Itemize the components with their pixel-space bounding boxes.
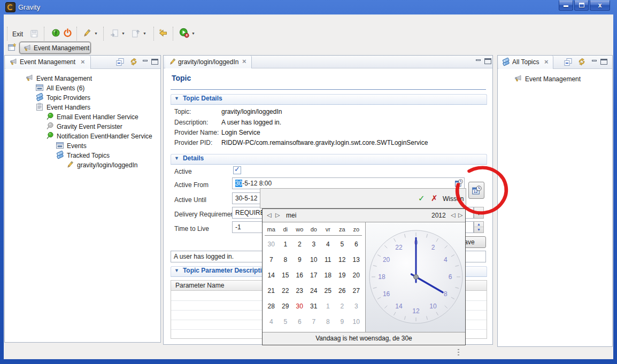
- open-perspective-icon[interactable]: [7, 43, 17, 52]
- spinner-down-icon[interactable]: ▼: [474, 227, 483, 233]
- tree-item-events[interactable]: Events: [5, 141, 160, 151]
- close-tab-icon[interactable]: ×: [544, 59, 549, 65]
- tree-item-email-event-handler-service[interactable]: Email Event Handler Service: [5, 112, 160, 122]
- calendar-day[interactable]: 26: [335, 283, 350, 299]
- calendar-day[interactable]: 6: [292, 314, 307, 330]
- tab-gravity-login-loggedin[interactable]: gravity/login/loggedIn ×: [165, 56, 252, 68]
- collapse-all-icon[interactable]: [115, 58, 125, 66]
- tree-item-notification-eventhandler-service[interactable]: Notification EventHandler Service: [5, 131, 160, 141]
- tab-all-topics[interactable]: All Topics ×: [498, 56, 553, 69]
- calendar-day[interactable]: 3: [307, 237, 321, 252]
- maximize-view-icon[interactable]: [600, 59, 607, 65]
- calendar-day[interactable]: 11: [321, 252, 335, 268]
- link-with-editor-icon[interactable]: [129, 57, 138, 66]
- time-to-live-spinner[interactable]: ▲▼: [474, 221, 484, 233]
- calendar-day[interactable]: 1: [321, 299, 335, 314]
- calendar-day[interactable]: 10: [349, 314, 364, 330]
- run-icon[interactable]: [179, 28, 189, 38]
- calendar-day[interactable]: 27: [349, 283, 364, 299]
- clear-button[interactable]: Wissen: [443, 195, 464, 203]
- calendar-day[interactable]: 2: [335, 299, 350, 314]
- spinner-up-icon[interactable]: ▲: [474, 222, 483, 227]
- calendar-day[interactable]: 15: [279, 268, 293, 283]
- analog-clock[interactable]: 0246810121416182022: [366, 222, 465, 332]
- calendar-day[interactable]: 6: [349, 237, 364, 252]
- calendar-day[interactable]: 31: [307, 299, 321, 314]
- calendar-day[interactable]: 3: [349, 299, 364, 314]
- tree-item-event-handlers[interactable]: Event Handlers: [5, 103, 160, 112]
- calendar-day[interactable]: 13: [349, 252, 364, 268]
- calendar-day[interactable]: 22: [279, 283, 293, 299]
- calendar-day[interactable]: 30: [264, 237, 279, 252]
- calendar-day[interactable]: 21: [264, 283, 279, 299]
- section-details[interactable]: ▼Details: [171, 154, 487, 165]
- calendar-day[interactable]: 19: [335, 268, 350, 283]
- calendar-day[interactable]: 5: [335, 237, 350, 252]
- tree-item-gravity-event-persister[interactable]: Gravity Event Persister: [5, 122, 160, 131]
- calendar-day[interactable]: 8: [321, 314, 335, 330]
- calendar-day-selected[interactable]: 30: [292, 299, 307, 314]
- prev-month-icon[interactable]: ◁: [267, 212, 271, 219]
- calendar-day[interactable]: 17: [307, 268, 321, 283]
- calendar-day[interactable]: 7: [264, 252, 279, 268]
- minimize-view-icon[interactable]: [142, 59, 149, 65]
- exit-button[interactable]: Exit: [12, 30, 23, 38]
- calendar-day[interactable]: 12: [335, 252, 350, 268]
- close-tab-icon[interactable]: ×: [81, 59, 85, 65]
- edit-tool-icon[interactable]: [82, 28, 92, 38]
- cancel-icon[interactable]: ✗: [431, 193, 438, 203]
- calendar-day[interactable]: 5: [279, 314, 293, 330]
- tree-item-event-management[interactable]: Event Management: [498, 74, 612, 84]
- next-year-icon[interactable]: ▷: [458, 212, 462, 219]
- close-tab-icon[interactable]: ×: [242, 58, 246, 65]
- calendar-day[interactable]: 7: [307, 314, 321, 330]
- tree-item-gravity-login-loggedin[interactable]: gravity/login/loggedIn: [5, 160, 160, 170]
- section-topic-details[interactable]: ▼Topic Details: [171, 94, 487, 105]
- datetime-picker-icon[interactable]: 12: [454, 179, 463, 188]
- collapse-all-icon[interactable]: [564, 58, 573, 66]
- export-dropdown-icon[interactable]: ▼: [143, 32, 146, 35]
- calendar-day[interactable]: 10: [307, 252, 321, 268]
- datetime-picker-button[interactable]: 12: [468, 182, 484, 199]
- maximize-editor-icon[interactable]: [484, 58, 491, 64]
- run-dropdown-icon[interactable]: ▼: [191, 32, 195, 35]
- import-dropdown-icon[interactable]: ▼: [121, 32, 125, 35]
- tab-event-management[interactable]: Event Management ×: [5, 56, 91, 69]
- power-off-icon[interactable]: [63, 28, 72, 37]
- calendar-day[interactable]: 8: [279, 252, 293, 268]
- calendar-day[interactable]: 25: [321, 283, 335, 299]
- minimize-view-icon[interactable]: [591, 59, 598, 65]
- save-icon[interactable]: [29, 29, 39, 38]
- calendar-day[interactable]: 1: [279, 237, 293, 252]
- calendar-day[interactable]: 2: [292, 237, 307, 252]
- combo-dropdown-button[interactable]: ▼: [474, 207, 484, 219]
- calendar-day[interactable]: 9: [335, 314, 350, 330]
- next-month-icon[interactable]: ▷: [275, 212, 280, 219]
- calendar-day[interactable]: 4: [264, 314, 279, 330]
- calendar-day[interactable]: 14: [264, 268, 279, 283]
- calendar-day[interactable]: 16: [292, 268, 307, 283]
- calendar-day[interactable]: 20: [349, 268, 364, 283]
- tree-item-tracked-topics[interactable]: Tracked Topics: [5, 151, 160, 160]
- confirm-icon[interactable]: ✓: [418, 193, 425, 203]
- back-arrow-icon[interactable]: [158, 28, 168, 37]
- window-maximize-button[interactable]: [574, 1, 589, 11]
- calendar-day[interactable]: 23: [292, 283, 307, 299]
- start-service-icon[interactable]: [51, 28, 60, 37]
- statusbar-grip[interactable]: [458, 349, 459, 357]
- active-from-field[interactable]: 30-5-12 8:00: [232, 177, 465, 189]
- calendar-day[interactable]: 9: [292, 252, 307, 268]
- active-checkbox[interactable]: ✓: [233, 166, 241, 174]
- tree-item-event-management[interactable]: Event Management: [5, 74, 160, 83]
- prev-year-icon[interactable]: ◁: [451, 212, 455, 219]
- link-with-editor-icon[interactable]: [577, 57, 587, 66]
- calendar-day[interactable]: 4: [321, 237, 335, 252]
- tree-item-all-events-6[interactable]: All Events (6): [5, 83, 160, 93]
- window-minimize-button[interactable]: [559, 1, 573, 11]
- window-close-button[interactable]: x: [590, 1, 610, 11]
- maximize-view-icon[interactable]: [151, 59, 158, 65]
- calendar-day[interactable]: 18: [321, 268, 335, 283]
- edit-dropdown-icon[interactable]: ▼: [94, 32, 98, 35]
- calendar-day[interactable]: 28: [264, 299, 279, 314]
- minimize-editor-icon[interactable]: [475, 59, 482, 65]
